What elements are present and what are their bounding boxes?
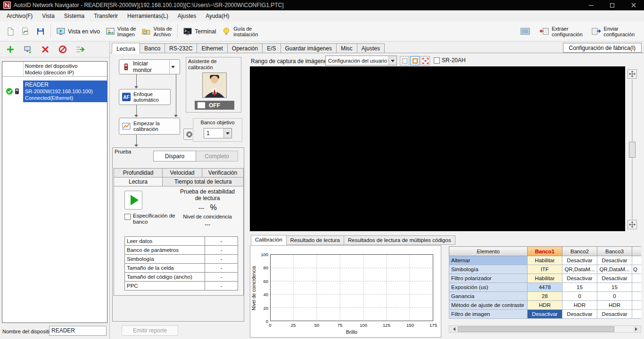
col-elemento[interactable]: Elemento: [449, 247, 528, 256]
cell-banco2[interactable]: 0: [562, 292, 597, 301]
cell-banco2[interactable]: Desactivar: [562, 310, 597, 319]
menu-ayuda[interactable]: Ayuda(H): [201, 11, 234, 21]
device-row[interactable]: READER SR-2000W(192.168.100.100) Connect…: [2, 81, 107, 102]
capture-range-select[interactable]: Configuración del usuario: [325, 56, 397, 65]
tab-es[interactable]: E/S: [263, 43, 281, 53]
detect-device-button[interactable]: [22, 44, 33, 55]
cell-banco1[interactable]: Habilitar: [528, 274, 562, 283]
tab-ethernet[interactable]: Ethernet: [197, 43, 227, 53]
camera-image-view[interactable]: [250, 66, 625, 231]
dropdown-button[interactable]: [223, 129, 231, 138]
menu-sistema[interactable]: Sistema: [59, 11, 89, 21]
minimize-button[interactable]: [580, 0, 602, 10]
subtab-profundidad[interactable]: Profundidad: [114, 168, 163, 178]
cell-banco3[interactable]: Desactivar: [597, 274, 632, 283]
test-tab-completo[interactable]: Completo: [196, 151, 238, 161]
capture-code-button[interactable]: [421, 56, 430, 65]
device-name-field[interactable]: READER: [49, 326, 107, 336]
tab-misc[interactable]: Misc: [337, 43, 357, 53]
cell-element[interactable]: Método de ajuste de contraste: [449, 301, 528, 310]
new-config-button[interactable]: [3, 26, 18, 37]
terminal-button[interactable]: Terminal: [180, 26, 219, 37]
cell-element[interactable]: Ganancia: [449, 292, 528, 301]
cell-banco3[interactable]: 15: [597, 283, 632, 292]
cell-banco1[interactable]: 4478: [528, 283, 562, 292]
open-config-button[interactable]: [18, 26, 33, 37]
pan-tool-bottom-button[interactable]: [627, 220, 637, 229]
cell-element[interactable]: Exposición (us): [449, 283, 528, 292]
cell-banco2[interactable]: QR,DataM...: [562, 265, 597, 274]
tab-resultado-lectura[interactable]: Resultado de lectura: [287, 235, 344, 245]
assistant-off-toggle[interactable]: OFF: [195, 101, 234, 110]
tab-lectura[interactable]: Lectura: [112, 43, 140, 54]
cell-element[interactable]: Simbología: [449, 265, 528, 274]
tab-banco[interactable]: Banco: [140, 43, 165, 53]
assistant-photo[interactable]: [202, 73, 227, 98]
bank-spec-checkbox[interactable]: Especificación debanco: [124, 213, 175, 225]
col-banco1[interactable]: Banco1: [528, 247, 562, 256]
factory-reset-button[interactable]: Configuración de fábrica(I): [563, 43, 642, 53]
cell-element[interactable]: Alternar: [449, 256, 528, 265]
screen-capture-button[interactable]: [517, 26, 533, 37]
cell-banco1[interactable]: ITF: [528, 265, 562, 274]
autofocus-button[interactable]: AF Enfoqueautomático: [119, 89, 171, 105]
cell-banco1[interactable]: 28: [528, 292, 562, 301]
col-banco3[interactable]: Banco3: [597, 247, 632, 256]
start-monitor-button[interactable]: Iniciar monitor: [119, 59, 180, 74]
zoom-slider-thumb[interactable]: [629, 142, 636, 158]
emit-report-button[interactable]: Emitir reporte: [122, 325, 178, 336]
file-view-button[interactable]: Vista deArchivo: [139, 25, 175, 38]
tab-operacion[interactable]: Operación: [228, 43, 263, 53]
menu-herramientas[interactable]: Herramientas(L): [123, 11, 173, 21]
menu-ajustes[interactable]: Ajustes: [173, 11, 201, 21]
cell-banco1[interactable]: HDR: [528, 301, 562, 310]
subtab-verificacion[interactable]: Verificación: [202, 168, 244, 178]
image-view-button[interactable]: Vista deImagen: [103, 25, 139, 38]
close-button[interactable]: [623, 0, 644, 10]
cell-banco2[interactable]: Desactivar: [562, 256, 597, 265]
tab-rs232c[interactable]: RS-232C: [165, 43, 197, 53]
extract-config-button[interactable]: Extraerconfiguración: [536, 25, 585, 38]
subtab-velocidad[interactable]: Velocidad: [162, 168, 202, 178]
tab-calibracion[interactable]: Calibración: [251, 235, 287, 245]
menu-transferir[interactable]: Transferir: [89, 11, 123, 21]
scroll-left-button[interactable]: [449, 326, 457, 332]
scrollbar-thumb[interactable]: [458, 326, 614, 332]
live-view-button[interactable]: Vista en vivo: [53, 26, 103, 37]
subtab-tiempo-total[interactable]: Tiempo total de lectura: [162, 177, 244, 186]
delete-device-button[interactable]: [40, 44, 51, 55]
save-config-button[interactable]: [33, 26, 48, 37]
cell-banco3[interactable]: HDR: [597, 301, 632, 310]
cell-banco1[interactable]: Habilitar: [528, 256, 562, 265]
start-calibration-button[interactable]: Empezar lacalibración: [119, 118, 180, 135]
maximize-button[interactable]: [602, 0, 623, 10]
start-test-button[interactable]: [124, 191, 142, 210]
tab-guardar-imagenes[interactable]: Guardar imágenes: [281, 43, 337, 53]
capture-region-button[interactable]: [410, 56, 420, 65]
subtab-lectura[interactable]: Lectura: [114, 177, 163, 186]
cell-element[interactable]: Filtro polarizador: [449, 274, 528, 283]
install-guide-button[interactable]: Guía deinstalación: [219, 25, 261, 38]
target-bank-select[interactable]: 1: [204, 128, 232, 138]
tab-resultados-multiples[interactable]: Resultados de lectura de múltiples códig…: [344, 235, 455, 245]
cell-banco2[interactable]: HDR: [562, 301, 597, 310]
export-device-button[interactable]: [74, 44, 86, 55]
start-monitor-dropdown[interactable]: [169, 60, 177, 74]
cell-banco1[interactable]: Desactivar: [528, 310, 562, 319]
capture-full-button[interactable]: [400, 56, 409, 65]
bank-table-hscrollbar[interactable]: [449, 325, 641, 333]
sr20ah-checkbox[interactable]: SR-20AH: [434, 57, 466, 64]
scroll-right-button[interactable]: [633, 326, 641, 332]
menu-vista[interactable]: Vista: [37, 11, 59, 21]
cell-banco3[interactable]: 0: [597, 292, 632, 301]
cell-banco3[interactable]: Desactivar: [597, 256, 632, 265]
pan-tool-top-button[interactable]: [627, 69, 637, 79]
col-banco2[interactable]: Banco2: [562, 247, 597, 256]
cell-banco2[interactable]: Desactivar: [562, 274, 597, 283]
disconnect-device-button[interactable]: [57, 44, 68, 55]
add-device-button[interactable]: [5, 44, 16, 55]
tab-ajustes[interactable]: Ajustes: [357, 43, 385, 53]
cell-banco2[interactable]: 15: [562, 283, 597, 292]
cell-banco3[interactable]: QR,DataM...: [597, 265, 632, 274]
test-tab-disparo[interactable]: Disparo: [153, 151, 196, 161]
